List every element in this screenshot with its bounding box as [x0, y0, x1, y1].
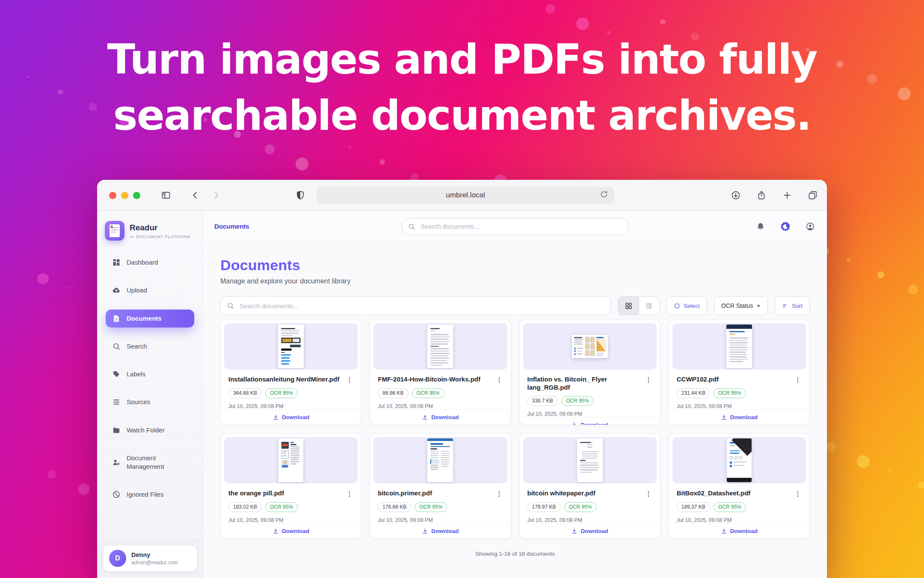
- kebab-menu-icon[interactable]: [346, 490, 353, 498]
- document-date: Jul 10, 2025, 09:08 PM: [228, 403, 353, 409]
- download-link[interactable]: Download: [669, 523, 809, 539]
- breadcrumb[interactable]: Documents: [214, 223, 249, 230]
- sidebar-item-labels[interactable]: Labels: [106, 365, 194, 383]
- readur-logo-icon: R: [105, 221, 124, 241]
- grid-view-button[interactable]: [618, 297, 639, 315]
- new-tab-icon[interactable]: [782, 190, 793, 201]
- view-toggle: [618, 296, 660, 315]
- downloads-icon[interactable]: [730, 190, 741, 201]
- document-card[interactable]: CCWP102.pdf 231.44 KB OCR 95% Jul 10, 20…: [669, 319, 810, 425]
- account-icon[interactable]: [805, 221, 816, 232]
- download-link[interactable]: Download: [370, 523, 510, 539]
- download-link[interactable]: Download: [221, 523, 361, 539]
- kebab-menu-icon[interactable]: [645, 376, 652, 384]
- document-name: the orange pill.pdf: [228, 489, 284, 498]
- document-date: Jul 10, 2025, 09:08 PM: [677, 517, 802, 523]
- ban-icon: [112, 490, 121, 499]
- notifications-bell-icon[interactable]: [755, 221, 766, 232]
- kebab-menu-icon[interactable]: [794, 376, 802, 384]
- sidebar-item-dashboard[interactable]: Dashboard: [106, 253, 194, 271]
- browser-window: umbrel.local R Readur AI DOCUMENT PLATFO…: [97, 180, 827, 578]
- document-card[interactable]: Installationsanleitung NerdMiner.pdf 364…: [220, 319, 361, 425]
- document-card[interactable]: bitcoin.primer.pdf 176.66 KB OCR 95% Jul…: [370, 433, 511, 539]
- hero-line-2: searchable document archives.: [0, 88, 924, 144]
- download-icon: [721, 528, 727, 534]
- file-size-badge: 179.97 KB: [527, 502, 561, 512]
- sidebar-item-documents[interactable]: Documents: [106, 310, 194, 328]
- document-name: bitcoin.primer.pdf: [378, 489, 432, 498]
- documents-search-input[interactable]: [220, 296, 611, 315]
- document-date: Jul 10, 2025, 09:08 PM: [378, 403, 503, 409]
- minimize-window-button[interactable]: [121, 192, 128, 199]
- download-link[interactable]: Download: [520, 523, 660, 539]
- sidebar-item-search[interactable]: Search: [106, 337, 194, 355]
- sidebar-toggle-icon[interactable]: [160, 189, 172, 202]
- file-size-badge: 338.7 KB: [527, 396, 558, 406]
- kebab-menu-icon[interactable]: [794, 490, 802, 498]
- results-count: Showing 1-16 of 16 documents: [220, 551, 810, 565]
- download-link[interactable]: Download: [669, 409, 809, 425]
- bg-dot: [47, 470, 56, 479]
- document-card[interactable]: FMF-2014-How-Bitcoin-Works.pdf 86.86 KB …: [370, 319, 511, 425]
- zoom-window-button[interactable]: [133, 192, 140, 199]
- kebab-menu-icon[interactable]: [495, 376, 503, 384]
- document-thumbnail: [523, 323, 657, 369]
- controls-row: Select OCR Status ▼ Sort: [220, 296, 810, 315]
- document-card[interactable]: BitBox02_Datasheet.pdf 189.37 KB OCR 95%…: [669, 433, 810, 539]
- download-link[interactable]: Download: [370, 409, 510, 425]
- file-size-badge: 176.66 KB: [378, 502, 411, 512]
- list-view-button[interactable]: [639, 297, 659, 315]
- close-window-button[interactable]: [109, 192, 116, 199]
- sidebar-item-upload[interactable]: Upload: [106, 281, 194, 299]
- document-name: FMF-2014-How-Bitcoin-Works.pdf: [378, 375, 480, 384]
- kebab-menu-icon[interactable]: [645, 490, 652, 498]
- sidebar-footer: D Denny admin@readur.com: [97, 539, 203, 578]
- kebab-menu-icon[interactable]: [346, 376, 353, 384]
- sidebar-nav: Dashboard Upload Documents Search Labels…: [97, 249, 203, 514]
- hero-line-1: Turn images and PDFs into fully: [0, 32, 924, 88]
- ocr-status-badge: OCR 95%: [564, 502, 597, 512]
- user-email: admin@readur.com: [131, 560, 178, 566]
- ocr-status-badge: OCR 95%: [561, 396, 594, 406]
- topbar-search-input[interactable]: [401, 218, 629, 235]
- bg-dot: [265, 144, 275, 154]
- tab-overview-icon[interactable]: [807, 190, 818, 201]
- grid-icon: [112, 258, 121, 267]
- sidebar-item-ignored-files[interactable]: Ignored Files: [106, 486, 194, 504]
- bg-dot: [826, 442, 836, 452]
- shield-icon[interactable]: [294, 189, 307, 202]
- file-size-badge: 231.44 KB: [677, 388, 710, 398]
- select-button[interactable]: Select: [666, 296, 707, 315]
- bg-dot: [349, 146, 351, 149]
- document-card[interactable]: the orange pill.pdf 183.02 KB OCR 95% Ju…: [220, 433, 361, 539]
- sidebar-item-sources[interactable]: Sources: [106, 393, 194, 411]
- topbar-search: [401, 218, 629, 235]
- user-name: Denny: [131, 551, 178, 558]
- user-card[interactable]: D Denny admin@readur.com: [103, 545, 197, 571]
- bg-dot: [68, 286, 71, 289]
- user-gear-icon: [112, 458, 121, 467]
- sidebar-item-document-management[interactable]: Document Management: [106, 449, 194, 476]
- download-link[interactable]: Download: [221, 409, 361, 425]
- bg-dot: [78, 483, 89, 495]
- avatar: D: [109, 550, 126, 567]
- download-link[interactable]: Download: [520, 417, 660, 426]
- ocr-status-dropdown[interactable]: OCR Status ▼: [714, 296, 768, 315]
- cloud-upload-icon: [112, 286, 121, 295]
- sidebar-item-watch-folder[interactable]: Watch Folder: [106, 421, 194, 439]
- file-size-badge: 86.86 KB: [378, 388, 408, 398]
- download-icon: [571, 528, 578, 534]
- document-card[interactable]: bitcoin whitepaper.pdf 179.97 KB OCR 95%…: [519, 433, 660, 539]
- reload-icon[interactable]: [600, 190, 610, 200]
- sort-button[interactable]: Sort: [775, 296, 810, 315]
- document-card[interactable]: Inflation vs. Bitcoin_ Flyer lang_RGB.pd…: [519, 319, 660, 425]
- theme-toggle-icon[interactable]: [780, 221, 791, 232]
- bg-dot: [877, 271, 884, 278]
- bg-dot: [379, 159, 385, 165]
- forward-button[interactable]: [210, 189, 223, 202]
- share-icon[interactable]: [756, 190, 767, 201]
- address-bar[interactable]: umbrel.local: [317, 187, 614, 204]
- kebab-menu-icon[interactable]: [495, 490, 503, 498]
- document-thumbnail: [373, 323, 507, 369]
- back-button[interactable]: [189, 189, 201, 202]
